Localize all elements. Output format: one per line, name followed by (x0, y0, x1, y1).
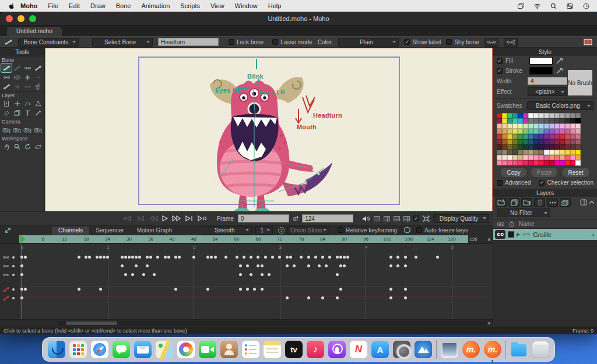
view-split-v-button[interactable] (384, 216, 390, 221)
keyframe[interactable] (307, 296, 310, 299)
keyframe[interactable] (278, 256, 281, 259)
select-bone-tool[interactable] (1, 63, 12, 72)
keyframe[interactable] (293, 264, 296, 267)
swatch[interactable] (554, 155, 560, 160)
scroll-down-icon[interactable]: ▼ (487, 321, 491, 326)
swatch[interactable] (502, 144, 507, 150)
keyframe[interactable] (389, 256, 392, 259)
swatch[interactable] (560, 144, 565, 150)
swatch[interactable] (539, 150, 544, 155)
swatch[interactable] (518, 139, 523, 144)
control-center-icon[interactable] (566, 2, 574, 10)
dock-mail[interactable] (134, 341, 152, 358)
keyframe[interactable] (206, 256, 209, 259)
dock-music[interactable]: ♪ (307, 341, 324, 358)
keyframe[interactable] (153, 273, 156, 276)
swatch[interactable] (528, 113, 533, 118)
swatch[interactable] (533, 118, 539, 123)
swatch[interactable] (560, 155, 565, 160)
swatch[interactable] (539, 134, 544, 139)
bone-label-blink[interactable]: Blink (247, 73, 264, 80)
swatch[interactable] (565, 123, 570, 129)
bone-label-mouth[interactable]: Mouth (297, 123, 317, 130)
swatch[interactable] (544, 160, 549, 165)
swatch[interactable] (533, 144, 539, 150)
keyframe[interactable] (396, 264, 399, 267)
delete-layer-icon[interactable] (534, 198, 545, 207)
swatch[interactable] (575, 134, 581, 139)
new-layer-tool[interactable] (1, 99, 12, 108)
dock-appletv[interactable]: tv (285, 341, 303, 358)
keyframe[interactable] (124, 256, 127, 259)
bone-flip-h-button[interactable] (484, 38, 498, 47)
frame-input[interactable]: 0 (238, 214, 289, 222)
keyframe[interactable] (343, 264, 346, 267)
menu-window[interactable]: Window (230, 2, 263, 9)
swatch[interactable] (502, 155, 507, 160)
swatch[interactable] (539, 144, 544, 150)
swatch[interactable] (575, 150, 581, 155)
menu-bone[interactable]: Bone (111, 2, 136, 9)
pan-tilt-camera-tool[interactable] (33, 125, 43, 134)
swatch[interactable] (549, 118, 554, 123)
swatch[interactable] (554, 134, 560, 139)
swatch[interactable] (560, 129, 565, 134)
timeline-ruler[interactable]: 0612182430364248546066727884909610210811… (0, 235, 493, 243)
keyframe[interactable] (192, 256, 195, 259)
swatch[interactable] (544, 113, 549, 118)
keyframe[interactable] (336, 296, 339, 299)
swatch[interactable] (575, 113, 581, 118)
swatch[interactable] (533, 134, 539, 139)
swatch[interactable] (523, 118, 528, 123)
swatch[interactable] (565, 160, 570, 165)
transform-bone-tool[interactable] (12, 63, 22, 72)
view-single-button[interactable] (374, 216, 380, 221)
swatch[interactable] (528, 118, 533, 123)
swatch[interactable] (549, 155, 554, 160)
keyframe[interactable] (99, 256, 102, 259)
swatch[interactable] (560, 139, 565, 144)
loop-start-button[interactable] (123, 215, 132, 221)
swatch[interactable] (523, 139, 528, 144)
swatch[interactable] (565, 155, 570, 160)
swatch[interactable] (533, 155, 539, 160)
swatch[interactable] (518, 155, 523, 160)
bone-dynamics-tool[interactable] (33, 82, 43, 91)
keyframe[interactable] (24, 288, 27, 291)
dock-podcasts[interactable] (328, 341, 346, 358)
swatch[interactable] (539, 118, 544, 123)
duplicate-layer-tool[interactable] (12, 108, 22, 117)
keyframe[interactable] (246, 264, 249, 267)
swatch[interactable] (512, 113, 518, 118)
keyframe[interactable] (389, 264, 392, 267)
menu-help[interactable]: Help (263, 2, 287, 9)
keyframe[interactable] (239, 288, 242, 291)
swatch[interactable] (512, 144, 518, 150)
flexi-bind-tool[interactable] (12, 82, 22, 91)
menu-edit[interactable]: Edit (64, 2, 85, 9)
keyframe[interactable] (24, 256, 27, 259)
layer-comps-icon[interactable] (560, 198, 571, 207)
swatch[interactable] (512, 123, 518, 129)
keyframe[interactable] (174, 288, 177, 291)
swatch[interactable] (497, 144, 502, 150)
swatch[interactable] (565, 113, 570, 118)
swatch[interactable] (560, 123, 565, 129)
swatch[interactable] (528, 144, 533, 150)
select-bone-dropdown[interactable]: Select Bone (92, 38, 153, 47)
swatch[interactable] (575, 139, 581, 144)
swatch[interactable] (512, 134, 518, 139)
swatch[interactable] (512, 150, 518, 155)
keyframe[interactable] (99, 288, 102, 291)
keyframe[interactable] (436, 256, 439, 259)
dock-maps[interactable] (156, 341, 173, 358)
effect-dropdown[interactable]: <plain> (528, 87, 567, 96)
swatch[interactable] (544, 129, 549, 134)
swatch[interactable] (497, 113, 502, 118)
swatch[interactable] (523, 150, 528, 155)
swatch[interactable] (549, 134, 554, 139)
paste-button[interactable]: Paste (531, 168, 558, 177)
timeline-tab-sequencer[interactable]: Sequencer (89, 227, 130, 235)
copy-button[interactable]: Copy (501, 168, 526, 177)
swatch[interactable] (518, 123, 523, 129)
